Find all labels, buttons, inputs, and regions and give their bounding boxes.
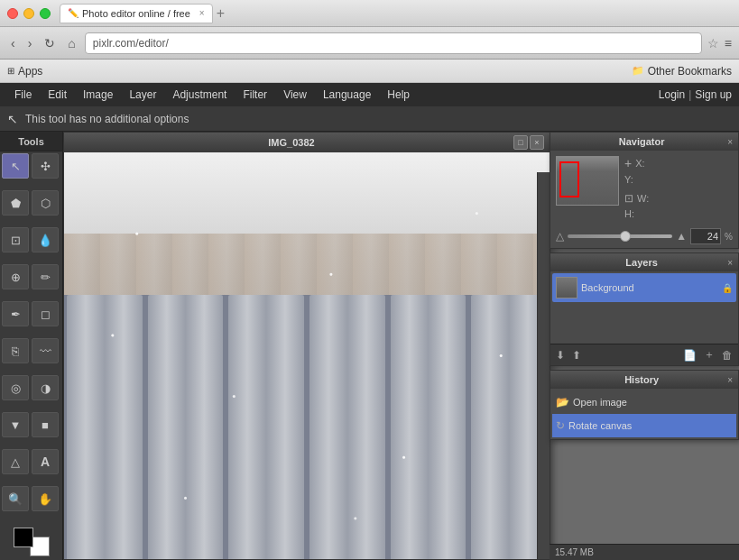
forward-button[interactable]: › — [24, 34, 36, 52]
menu-view[interactable]: View — [276, 87, 314, 103]
zoom-slider[interactable] — [568, 234, 672, 238]
color-swatches — [0, 524, 62, 560]
layer-delete-button[interactable]: 🗑 — [720, 347, 734, 363]
tool-clone[interactable]: ⎘ — [2, 338, 29, 363]
tool-move[interactable]: ↖▸ — [2, 153, 29, 179]
menu-filter[interactable]: Filter — [236, 87, 274, 103]
menu-layer[interactable]: Layer — [122, 87, 163, 103]
zoom-value-input[interactable] — [690, 228, 721, 244]
zoom-out-icon[interactable]: △ — [556, 230, 564, 243]
history-close-button[interactable]: × — [727, 375, 733, 385]
tool-paint-bucket[interactable]: ▼ — [2, 412, 29, 437]
tool-text[interactable]: A — [32, 449, 59, 474]
history-item-rotate[interactable]: ↻ Rotate canvas — [552, 414, 736, 437]
navigator-body: + X: Y: ⊡ W: H: — [550, 151, 738, 225]
tool-heal[interactable]: ⊕ — [2, 264, 29, 289]
bookmark-star-button[interactable]: ☆ — [707, 36, 719, 50]
active-tab[interactable]: ✏️ Photo editor online / free × — [60, 4, 213, 23]
nav-y-row: Y: — [624, 174, 649, 185]
tool-quick-select[interactable]: ⬡ — [32, 190, 59, 216]
nav-h-row: H: — [624, 208, 649, 219]
history-body: 📂 Open image ↻ Rotate canvas — [550, 389, 738, 439]
tool-lasso[interactable]: ⬟ — [2, 190, 29, 216]
menu-help[interactable]: Help — [380, 87, 417, 103]
history-panel: History × 📂 Open image ↻ Rotate canvas — [550, 370, 739, 440]
history-title: History — [556, 374, 727, 385]
login-link[interactable]: Login — [659, 88, 685, 101]
tab-bar: ✏️ Photo editor online / free × + — [60, 4, 732, 23]
menu-adjustment[interactable]: Adjustment — [165, 87, 234, 103]
navigator-close-button[interactable]: × — [727, 137, 733, 147]
window-close-button[interactable]: × — [530, 135, 544, 150]
reload-button[interactable]: ↻ — [41, 34, 59, 52]
minimize-button[interactable] — [23, 8, 34, 19]
tab-title: Photo editor online / free — [82, 8, 190, 19]
menu-image[interactable]: Image — [76, 87, 120, 103]
apps-bookmark[interactable]: ⊞ Apps — [7, 65, 42, 78]
tool-smudge[interactable]: 〰 — [32, 338, 59, 363]
layer-add-button[interactable]: ＋ — [702, 345, 716, 364]
signup-link[interactable]: Sign up — [695, 88, 732, 101]
color-swatch-area[interactable] — [14, 528, 50, 556]
tool-zoom[interactable]: 🔍 — [2, 486, 29, 511]
image-window-content — [64, 152, 550, 559]
foreground-color-swatch[interactable] — [14, 528, 33, 547]
tool-blur[interactable]: ◎ — [2, 375, 29, 400]
history-icon-rotate: ↻ — [556, 419, 565, 432]
zoom-thumb[interactable] — [620, 231, 631, 242]
traffic-lights — [7, 8, 51, 19]
auth-divider: | — [688, 88, 691, 101]
back-button[interactable]: ‹ — [7, 34, 19, 52]
bookmarks-bar: ⊞ Apps 📁 Other Bookmarks — [0, 60, 739, 83]
nav-y-label: Y: — [624, 174, 633, 185]
tool-gradient[interactable]: ■ — [32, 412, 59, 437]
window-minimize-button[interactable]: □ — [513, 135, 528, 150]
layer-duplicate-button[interactable]: 📄 — [681, 347, 698, 363]
nav-w-label: W: — [637, 193, 649, 204]
tool-eraser[interactable]: ◻ — [32, 301, 59, 326]
menu-file[interactable]: File — [7, 87, 39, 103]
tool-eyedropper[interactable]: 💧 — [32, 227, 59, 252]
right-panels: Navigator × + X: — [550, 132, 739, 560]
menu-language[interactable]: Language — [316, 87, 378, 103]
tool-dodge[interactable]: ◑ — [32, 375, 59, 400]
tools-grid: ↖▸ ✣ ⬟ ⬡ ⊡ 💧 ⊕ ✏ ✒ ◻ ⎘ 〰 ◎ ◑ ▼ ■ △ A 🔍 ✋ — [0, 151, 62, 524]
tool-cursor-icon: ↖ — [7, 112, 18, 126]
close-button[interactable] — [7, 8, 18, 19]
browser-toolbar: ‹ › ↻ ⌂ pixlr.com/editor/ ☆ ≡ — [0, 27, 739, 60]
layers-panel: Layers × Background 🔒 ⬇ ⬆ 📄 — [550, 252, 739, 366]
layer-thumbnail — [556, 277, 577, 298]
history-item-open[interactable]: 📂 Open image — [552, 390, 736, 414]
address-bar[interactable]: pixlr.com/editor/ — [85, 32, 702, 54]
status-bar: 15.47 MB — [550, 544, 739, 560]
menu-edit[interactable]: Edit — [41, 87, 74, 103]
zoom-in-icon[interactable]: ▲ — [676, 230, 687, 243]
tool-brush[interactable]: ✏ — [32, 264, 59, 289]
navigator-coords: + X: Y: ⊡ W: H: — [624, 156, 649, 219]
image-window: IMG_0382 □ × — [63, 132, 550, 560]
layers-close-button[interactable]: × — [727, 258, 733, 268]
browser-menu-button[interactable]: ≡ — [725, 36, 732, 50]
layer-item-background[interactable]: Background 🔒 — [552, 273, 736, 302]
image-scrollbar-vertical[interactable] — [537, 172, 550, 559]
zoom-percent-label: % — [725, 232, 733, 242]
canvas-area: IMG_0382 □ × — [63, 132, 739, 560]
tool-pencil[interactable]: ✒ — [2, 301, 29, 326]
maximize-button[interactable] — [40, 8, 51, 19]
tool-select-move[interactable]: ✣ — [32, 153, 59, 179]
tool-crop[interactable]: ⊡ — [2, 227, 29, 252]
other-bookmarks[interactable]: 📁 Other Bookmarks — [632, 65, 732, 78]
layer-lock-icon: 🔒 — [722, 283, 733, 293]
tab-close-button[interactable]: × — [199, 8, 205, 18]
tool-shapes[interactable]: △ — [2, 449, 29, 474]
url-text: pixlr.com/editor/ — [93, 37, 169, 50]
app-menubar: File Edit Image Layer Adjustment Filter … — [0, 83, 739, 106]
other-bookmarks-label: Other Bookmarks — [648, 65, 732, 78]
image-window-titlebar[interactable]: IMG_0382 □ × — [64, 133, 550, 152]
tool-hand[interactable]: ✋ — [32, 486, 59, 511]
layer-move-up-button[interactable]: ⬆ — [570, 347, 583, 363]
auth-section: Login | Sign up — [659, 88, 732, 101]
new-tab-button[interactable]: + — [217, 5, 225, 22]
layer-move-down-button[interactable]: ⬇ — [554, 347, 567, 363]
home-button[interactable]: ⌂ — [64, 34, 79, 52]
